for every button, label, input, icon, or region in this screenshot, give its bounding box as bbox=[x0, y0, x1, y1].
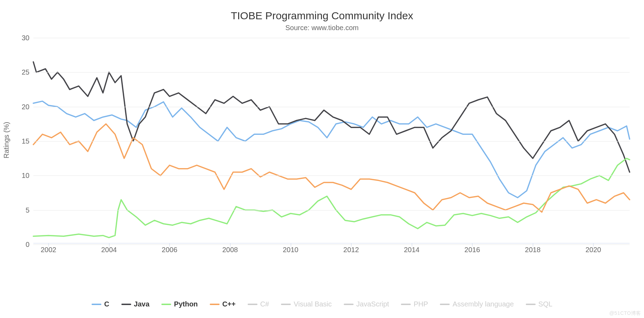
legend-item-c[interactable]: C bbox=[92, 300, 109, 308]
x-tick-mark bbox=[472, 243, 472, 247]
legend-swatch bbox=[344, 304, 354, 305]
x-tick-mark bbox=[351, 243, 351, 247]
y-tick-label: 30 bbox=[5, 34, 29, 42]
x-tick-label: 2010 bbox=[283, 246, 298, 254]
x-tick-mark bbox=[169, 243, 170, 247]
y-tick-label: 25 bbox=[5, 68, 29, 76]
x-tick-label: 2014 bbox=[404, 246, 420, 254]
legend-label: Python bbox=[174, 300, 198, 308]
legend-item-java[interactable]: Java bbox=[121, 300, 150, 308]
grid-line bbox=[33, 72, 630, 72]
y-tick-label: 15 bbox=[5, 137, 29, 145]
legend-item-javascript[interactable]: JavaScript bbox=[344, 300, 389, 308]
legend-item-assembly-language[interactable]: Assembly language bbox=[440, 300, 514, 308]
legend-item-c-[interactable]: C++ bbox=[210, 300, 236, 308]
grid-line bbox=[33, 175, 630, 176]
x-tick-label: 2012 bbox=[343, 246, 359, 254]
legend-label: C# bbox=[260, 300, 269, 308]
legend-label: C++ bbox=[222, 300, 236, 308]
y-tick-label: 10 bbox=[5, 172, 29, 180]
legend: CJavaPythonC++C#Visual BasicJavaScriptPH… bbox=[0, 300, 644, 308]
legend-swatch bbox=[526, 304, 536, 305]
legend-swatch bbox=[401, 304, 411, 305]
chart-title: TIOBE Programming Community Index bbox=[0, 0, 644, 22]
y-tick-label: 5 bbox=[5, 206, 29, 214]
grid-line bbox=[33, 244, 630, 245]
x-tick-label: 2008 bbox=[222, 246, 238, 254]
series-line-python bbox=[33, 158, 630, 237]
grid-line bbox=[33, 141, 630, 141]
grid-line bbox=[33, 210, 630, 210]
series-line-c- bbox=[33, 124, 630, 212]
legend-label: JavaScript bbox=[356, 300, 389, 308]
grid-line bbox=[33, 107, 630, 107]
legend-swatch bbox=[248, 304, 257, 305]
legend-item-python[interactable]: Python bbox=[161, 300, 198, 308]
y-tick-label: 0 bbox=[5, 241, 29, 249]
legend-label: Java bbox=[134, 300, 150, 308]
x-tick-mark bbox=[109, 243, 109, 247]
legend-item-sql[interactable]: SQL bbox=[526, 300, 552, 308]
watermark: @51CTO博客 bbox=[609, 310, 641, 317]
legend-label: C bbox=[104, 300, 109, 308]
x-tick-label: 2004 bbox=[101, 246, 117, 254]
x-tick-label: 2006 bbox=[162, 246, 177, 254]
legend-item-php[interactable]: PHP bbox=[401, 300, 428, 308]
y-tick-label: 20 bbox=[5, 103, 29, 111]
x-tick-mark bbox=[412, 243, 412, 247]
x-axis-line bbox=[33, 243, 630, 243]
legend-swatch bbox=[210, 304, 220, 305]
x-tick-mark bbox=[533, 243, 533, 247]
x-tick-label: 2018 bbox=[525, 246, 541, 254]
legend-swatch bbox=[440, 304, 450, 305]
legend-swatch bbox=[281, 304, 291, 305]
legend-item-visual-basic[interactable]: Visual Basic bbox=[281, 300, 332, 308]
chart-container: TIOBE Programming Community Index Source… bbox=[0, 0, 644, 318]
legend-swatch bbox=[161, 304, 171, 305]
x-tick-mark bbox=[593, 243, 593, 247]
legend-label: Assembly language bbox=[452, 300, 514, 308]
x-tick-label: 2002 bbox=[41, 246, 56, 254]
x-tick-label: 2016 bbox=[464, 246, 480, 254]
chart-subtitle: Source: www.tiobe.com bbox=[0, 24, 644, 32]
x-tick-mark bbox=[291, 243, 291, 247]
legend-swatch bbox=[92, 304, 101, 305]
x-tick-mark bbox=[230, 243, 230, 247]
legend-label: PHP bbox=[414, 300, 428, 308]
legend-label: Visual Basic bbox=[294, 300, 332, 308]
x-tick-label: 2020 bbox=[585, 246, 601, 254]
grid-line bbox=[33, 38, 630, 38]
legend-item-c-[interactable]: C# bbox=[248, 300, 269, 308]
legend-swatch bbox=[121, 304, 131, 305]
legend-label: SQL bbox=[538, 300, 552, 308]
x-tick-mark bbox=[48, 243, 49, 247]
